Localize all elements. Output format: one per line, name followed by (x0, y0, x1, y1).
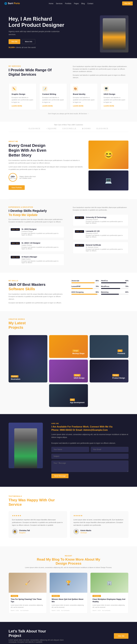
hero-section: Hey, I Am Richard Lord Product Designer … (0, 7, 137, 58)
author-0: 👩 Christina Tell Bangalore (12, 529, 64, 534)
about-main-image: 😊 (88, 140, 128, 169)
hire-submit-button[interactable]: Send Message (51, 474, 69, 478)
brand-icon: 🎨 (73, 86, 78, 91)
cta-section: Let's Talk About Your Project Lorem ipsu… (0, 622, 137, 644)
skills-desc2: Excepturi sed labortis m quidebit vero p… (9, 302, 66, 304)
logo-suffix: Porto (14, 2, 20, 5)
services-desc-right: Eum laudantium reprehen derit illo seque… (73, 65, 128, 79)
learn-more-brand[interactable]: LEARN MORE (73, 105, 83, 107)
hero-image (100, 16, 128, 52)
hire-message-input[interactable] (51, 460, 128, 472)
avatar-1: 👨 (73, 529, 79, 534)
nav-home[interactable]: Home (49, 2, 53, 4)
learn-more-uiux[interactable]: LEARN MORE (104, 105, 114, 107)
services-row: My Services I Provide Wide Range Of Digi… (9, 65, 128, 79)
service-title-content: Content Writing (42, 93, 64, 95)
exp-tag: Experience & Education (9, 206, 64, 208)
nav-contact[interactable]: Contact (87, 2, 93, 4)
nav-pages[interactable]: Pages (74, 2, 79, 4)
navbar: 🌐 SurriPorto Home Services Portfolio Pag… (0, 0, 137, 7)
clients-logos: ELEGANCE ▪ SQUARE COCCINELLE ⊞ DOMO ELEG… (9, 128, 128, 130)
client-logo-3: ⊞ DOMO (82, 128, 91, 130)
skill-uiux: UI/UX Designing 95% (71, 291, 99, 295)
skills-title: Skill Of Best Masters Software Skills (9, 282, 66, 291)
about-tag: About Me (9, 140, 83, 142)
blog-img-0: 🧹 (9, 573, 47, 593)
learn-more-graphic[interactable]: LEARN MORE (12, 105, 22, 107)
skill-wordpress: WordPress 70% (101, 286, 128, 289)
exp-item-0: 2019 - 2022 Sr. UI/UX Designer Freelance… (9, 226, 64, 238)
hire-subject-input[interactable] (51, 454, 128, 459)
nav-blog[interactable]: Blog (81, 2, 85, 4)
blog-meta-0: March 7, 2022 No Comments (11, 610, 45, 611)
exp-edu-2: 2009 - 2012 General Certificate St. Hele… (73, 242, 128, 254)
content-icon: 📝 (42, 86, 47, 91)
skills-tag: My Skills (9, 280, 66, 282)
service-card-uiux: 🖥️ UI/UX Design Excepturi sed labortis m… (101, 83, 128, 110)
testimonials-grid: ★★★★★ Eum laudantium reprehen derit illo… (9, 511, 128, 538)
nav-services[interactable]: Services (56, 2, 63, 4)
testimonials-section: Testimonials They Was Happy With Our Ser… (0, 487, 137, 546)
hire-desc2: Excepturi sed labortis m quidebit vero p… (51, 442, 128, 444)
blog-img-1: 🏆 (50, 573, 87, 593)
cta-button[interactable]: Hire Me (114, 633, 128, 639)
project-card-app: Dev App Development (49, 384, 88, 407)
project-card-illustration: Portfolio Illustration (9, 335, 47, 382)
cta-text: Let's Talk About Your Project Lorem ipsu… (9, 629, 66, 643)
hire-name-input[interactable] (51, 447, 89, 452)
client-logo-0: ELEGANCE (29, 128, 41, 130)
exp-item-1: 2016 - 2019 Sr. UI/UX / UX Designer Grap… (9, 240, 64, 252)
author-1: 👨 Kelvin Martin Developer (73, 529, 125, 534)
about-images: 😊 💻 (88, 140, 128, 190)
projects-header: Creative Works My Latest Projects (9, 318, 128, 331)
exp-right: Eum laudantium reprehen derit illo seque… (73, 206, 128, 266)
blog-meta-1: March 7, 2022 No Comments (52, 610, 85, 611)
about-dark-image: 💻 (88, 170, 128, 190)
stat-circle: 100+ Happy Clients (9, 173, 17, 182)
hire-form: Send Message (51, 447, 128, 478)
services-grid: ✏️ Graphic Design Excepturi sed labortis… (9, 83, 128, 110)
service-title-graphic: Graphic Design (12, 93, 33, 95)
hire-title: I Am Available For Freelance Work. Conne… (51, 425, 128, 432)
learn-more-content[interactable]: LEARN MORE (42, 105, 53, 107)
hire-email-input[interactable] (91, 447, 128, 452)
nav-portfolio[interactable]: Portfolio (65, 2, 71, 4)
blog-tag: Recent (9, 555, 128, 556)
about-title: Every Great Design Begin With An Even Be… (9, 143, 83, 158)
service-title-brand: Brand Identity (73, 93, 95, 95)
blog-title-0: Time For Spring Cleaning? Use These Tips (11, 598, 45, 603)
hire-section: Hire Me I Am Available For Freelance Wor… (0, 414, 137, 487)
testimonials-tag: Testimonials (9, 495, 128, 497)
skills-intro: My Skills Skill Of Best Masters Software… (9, 280, 66, 304)
hire-image (9, 423, 43, 468)
hero-greeting: Hey, I Am Richard Lord Product Designer (9, 16, 64, 28)
exp-list-left: 2019 - 2022 Sr. UI/UX Designer Freelance… (9, 226, 64, 266)
testimonial-card-0: ★★★★★ Eum laudantium reprehen derit illo… (9, 511, 67, 538)
blog-header: Recent Read My Blog To Know More About M… (9, 555, 128, 568)
stars-0: ★★★★★ (12, 514, 64, 517)
blog-meta-2: March 7, 2022 No Comments (92, 610, 126, 611)
hero-hire-button[interactable]: Hire Me (9, 39, 20, 44)
uiux-icon: 🖥️ (104, 86, 109, 91)
exp-edu-0: 2017 - 2021 University Of Technology Uni… (73, 214, 128, 226)
nav-links: Home Services Portfolio Pages Blog Conta… (49, 2, 93, 4)
service-card-graphic: ✏️ Graphic Design Excepturi sed labortis… (9, 83, 36, 110)
blog-title: Read My Blog To Know More About My Desig… (9, 558, 128, 566)
blog-section: Recent Read My Blog To Know More About M… (0, 546, 137, 622)
hero-more-button[interactable]: More Info (22, 39, 35, 44)
skills-bars: Javascript 85% Html/Css 92% Laravel/PHP … (71, 280, 128, 304)
about-stats: 100+ Happy Clients Happy clients who tru… (9, 173, 83, 182)
projects-title: My Latest Projects (9, 321, 26, 330)
portfolio-button[interactable]: View Portfolio (9, 185, 25, 190)
service-title-uiux: UI/UX Design (104, 93, 125, 95)
about-desc1: Eum laudantium reprehen derit illo seque… (9, 159, 83, 164)
projects-grid: Portfolio Illustration Design Mockup Sha… (9, 335, 128, 407)
testimonials-header: Testimonials They Was Happy With Our Ser… (9, 495, 128, 507)
nav-hire-button[interactable]: Hire Me (122, 2, 133, 6)
skills-section: My Skills Skill Of Best Masters Software… (0, 273, 137, 311)
blog-title-1: Winners Never Quit And Quitters Never Wi… (52, 598, 85, 603)
services-tag: My Services (9, 65, 64, 67)
hero-stats: 50,000+ clients all over the world (9, 46, 63, 49)
testimonial-card-1: ★★★★★ Lorem ipsum dolor sit amet, consec… (70, 511, 128, 538)
about-section: About Me Every Great Design Begin With A… (0, 132, 137, 199)
